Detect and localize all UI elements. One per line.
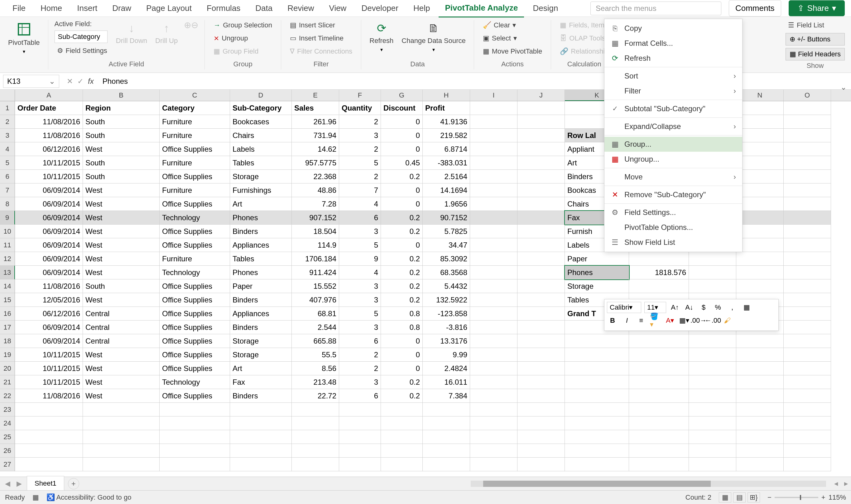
cell[interactable] (689, 389, 736, 403)
cell[interactable]: Phones (565, 266, 629, 280)
cell[interactable] (736, 224, 784, 238)
cell[interactable] (784, 321, 831, 334)
expand-collapse-icon[interactable]: ⊕⊖ (184, 20, 198, 30)
cell[interactable] (736, 389, 784, 403)
cell[interactable]: Category (160, 101, 230, 115)
cell[interactable] (565, 416, 629, 430)
cell[interactable]: Sub-Category (230, 101, 292, 115)
cell[interactable] (423, 444, 470, 457)
cell[interactable]: 957.5775 (292, 156, 339, 170)
cell[interactable] (518, 252, 565, 266)
cell[interactable]: Technology (160, 266, 230, 280)
ctx-format-cells[interactable]: ▦Format Cells... (604, 36, 742, 51)
cell[interactable] (689, 403, 736, 416)
cell[interactable]: 6 (339, 334, 381, 348)
ctx-filter[interactable]: Filter› (604, 84, 742, 98)
cell[interactable]: Office Supplies (160, 197, 230, 211)
comma-icon[interactable]: , (727, 302, 738, 313)
align-button[interactable]: ≡ (636, 315, 647, 326)
cell[interactable]: 48.86 (292, 183, 339, 197)
ctx-expand-collapse[interactable]: Expand/Collapse› (604, 119, 742, 134)
cell[interactable]: West (83, 293, 160, 307)
insert-timeline-button[interactable]: ▭Insert Timeline (288, 33, 355, 43)
cell[interactable]: 132.5922 (423, 293, 470, 307)
cell[interactable]: South (83, 156, 160, 170)
cell[interactable]: 0 (381, 197, 423, 211)
cell[interactable] (736, 211, 784, 224)
cell[interactable] (518, 416, 565, 430)
cell[interactable] (518, 156, 565, 170)
cell[interactable]: 2.544 (292, 321, 339, 334)
cell[interactable]: Office Supplies (160, 389, 230, 403)
cell[interactable] (784, 252, 831, 266)
cell[interactable] (470, 403, 518, 416)
cell[interactable] (292, 430, 339, 444)
row-header-5[interactable]: 5 (0, 156, 15, 170)
cell[interactable]: 0.8 (381, 321, 423, 334)
cell[interactable] (381, 457, 423, 471)
cell[interactable] (565, 362, 629, 375)
row-header-3[interactable]: 3 (0, 129, 15, 142)
cell[interactable] (518, 266, 565, 280)
cell[interactable] (784, 430, 831, 444)
clear-button[interactable]: 🧹Clear▾ (480, 20, 544, 31)
cell[interactable] (784, 170, 831, 183)
cell[interactable]: 114.9 (292, 238, 339, 252)
cell[interactable] (518, 321, 565, 334)
cell[interactable]: 3 (339, 375, 381, 389)
cell[interactable]: Sales (292, 101, 339, 115)
cell[interactable] (689, 362, 736, 375)
cell[interactable]: Labels (230, 142, 292, 156)
cell[interactable]: 0.2 (381, 375, 423, 389)
cell[interactable] (565, 389, 629, 403)
cell[interactable]: 665.88 (292, 334, 339, 348)
col-header-c[interactable]: C (160, 90, 230, 101)
cell[interactable]: Region (83, 101, 160, 115)
cell[interactable] (160, 416, 230, 430)
cell[interactable]: 5.7825 (423, 224, 470, 238)
cell[interactable] (784, 115, 831, 129)
cell[interactable] (292, 457, 339, 471)
cell[interactable]: Paper (230, 280, 292, 293)
cell[interactable] (518, 197, 565, 211)
field-list-button[interactable]: ☰Field List (785, 20, 845, 31)
page-break-view-icon[interactable]: ⊞} (747, 492, 760, 502)
drill-down-button[interactable]: ↓ Drill Down (114, 20, 149, 47)
cell[interactable] (518, 293, 565, 307)
col-header-n[interactable]: N (736, 90, 784, 101)
horizontal-scrollbar[interactable] (471, 481, 826, 487)
tab-file[interactable]: File (6, 0, 32, 17)
cell[interactable]: Art (230, 362, 292, 375)
cell[interactable] (230, 430, 292, 444)
cell[interactable]: Quantity (339, 101, 381, 115)
cell[interactable]: Storage (230, 334, 292, 348)
cell[interactable] (381, 416, 423, 430)
row-header-17[interactable]: 17 (0, 321, 15, 334)
cell[interactable]: 2 (339, 362, 381, 375)
tab-review[interactable]: Review (281, 0, 320, 17)
cell[interactable]: Furniture (160, 129, 230, 142)
cell[interactable] (784, 362, 831, 375)
row-header-16[interactable]: 16 (0, 307, 15, 321)
ctx-pivottable-options[interactable]: PivotTable Options... (604, 220, 742, 235)
row-header-11[interactable]: 11 (0, 238, 15, 252)
cell[interactable] (736, 444, 784, 457)
cell[interactable] (83, 444, 160, 457)
cell[interactable]: Office Supplies (160, 170, 230, 183)
tab-pivottable-analyze[interactable]: PivotTable Analyze (439, 0, 524, 17)
cell[interactable]: Chairs (230, 129, 292, 142)
cell[interactable] (83, 457, 160, 471)
percent-icon[interactable]: % (712, 302, 724, 313)
cell[interactable]: -383.031 (423, 156, 470, 170)
cell[interactable] (470, 266, 518, 280)
cell[interactable]: West (83, 252, 160, 266)
cell[interactable]: 0.2 (381, 252, 423, 266)
cell[interactable] (565, 403, 629, 416)
row-header-7[interactable]: 7 (0, 183, 15, 197)
cell[interactable] (470, 252, 518, 266)
row-header-1[interactable]: 1 (0, 101, 15, 115)
cell[interactable]: 907.152 (292, 211, 339, 224)
cell[interactable] (292, 444, 339, 457)
col-header-j[interactable]: J (518, 90, 565, 101)
tab-page-layout[interactable]: Page Layout (140, 0, 198, 17)
